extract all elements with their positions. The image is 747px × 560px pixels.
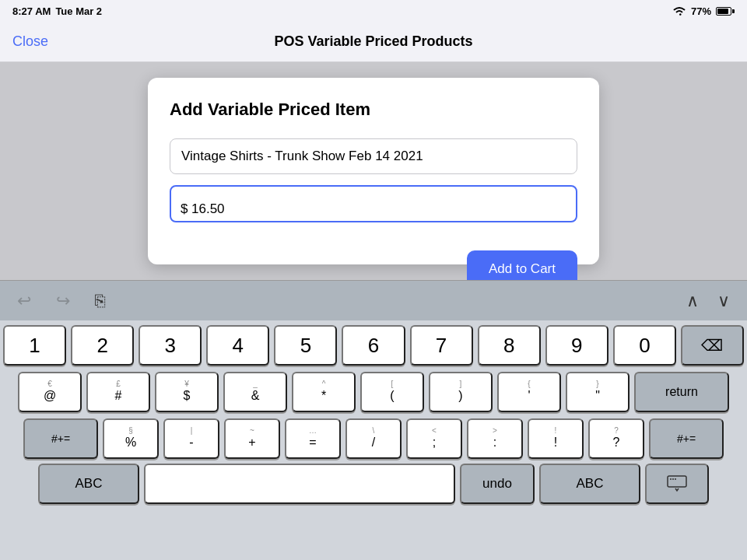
num-key-0[interactable]: 0 [613, 325, 676, 366]
toolbar-right: ∧ ∨ [682, 288, 735, 314]
row3-key-5[interactable]: <; [406, 418, 462, 459]
sym-key-3[interactable]: _& [223, 372, 287, 412]
status-left: 8:27 AM Tue Mar 2 [12, 5, 102, 17]
wifi-icon [672, 5, 686, 16]
price-value: 16.50 [191, 201, 225, 217]
price-input[interactable] [170, 185, 577, 222]
delete-key[interactable]: ⌫ [681, 325, 744, 366]
hash-equals-right-key[interactable]: #+= [649, 418, 724, 459]
row3-key-0[interactable]: §% [103, 418, 159, 459]
price-prefix: $ [181, 201, 188, 217]
toolbar-left: ↩ ↪ ⎘ [12, 288, 110, 314]
sym-key-7[interactable]: {' [497, 372, 561, 412]
sym-key-2[interactable]: ¥$ [155, 372, 219, 412]
redo-button[interactable]: ↪ [51, 288, 75, 314]
row3-key-4[interactable]: \/ [345, 418, 402, 459]
num-key-6[interactable]: 6 [342, 325, 405, 366]
svg-rect-0 [668, 476, 686, 487]
modal-heading: Add Variable Priced Item [170, 100, 577, 120]
row3-key-1[interactable]: |- [163, 418, 219, 459]
abc-right-key[interactable]: ABC [539, 464, 640, 504]
hash-equals-left-key[interactable]: #+= [23, 418, 98, 459]
product-name-input[interactable] [170, 138, 577, 174]
symbol-row: €@£#¥$_&^*[(]){'}"return [0, 367, 747, 414]
status-date: Tue Mar 2 [55, 5, 102, 17]
sym-key-8[interactable]: }" [566, 372, 630, 412]
undo-button[interactable]: ↩ [12, 288, 36, 314]
num-key-7[interactable]: 7 [410, 325, 473, 366]
num-key-3[interactable]: 3 [139, 325, 202, 366]
battery-icon [716, 7, 735, 16]
nav-bar: Close POS Variable Priced Products [0, 22, 747, 62]
modal-card: Add Variable Priced Item $ 16.50 Add to … [148, 78, 599, 264]
sym-key-0[interactable]: €@ [18, 372, 82, 412]
keyboard-dismiss-key[interactable] [645, 464, 709, 504]
row3-key-8[interactable]: ?? [588, 418, 644, 459]
price-input-wrapper: $ 16.50 [170, 185, 577, 233]
sym-key-4[interactable]: ^* [292, 372, 356, 412]
sym-key-6[interactable]: ]) [429, 372, 493, 412]
content-area: Add Variable Priced Item $ 16.50 Add to … [0, 62, 747, 280]
row3-key-6[interactable]: >: [467, 418, 523, 459]
num-key-8[interactable]: 8 [478, 325, 541, 366]
close-button[interactable]: Close [12, 33, 48, 50]
space-key[interactable] [144, 464, 455, 504]
sym-key-1[interactable]: £# [86, 372, 150, 412]
number-row: 1234567890⌫ [0, 320, 747, 367]
keyboard-undo-key[interactable]: undo [460, 464, 535, 504]
bottom-row: ABC undo ABC [0, 460, 747, 507]
copy-button[interactable]: ⎘ [90, 288, 110, 314]
num-key-4[interactable]: 4 [206, 325, 269, 366]
keyboard-toolbar: ↩ ↪ ⎘ ∧ ∨ [0, 280, 747, 320]
num-key-2[interactable]: 2 [71, 325, 134, 366]
row3-key-7[interactable]: !! [528, 418, 584, 459]
num-key-9[interactable]: 9 [545, 325, 608, 366]
keyboard-area: ↩ ↪ ⎘ ∧ ∨ 1234567890⌫ €@£#¥$_&^*[(]){'}"… [0, 280, 747, 560]
row3: #+=§%|-~+…=\/<;>:!!??#+= [0, 414, 747, 460]
chevron-up-button[interactable]: ∧ [682, 288, 703, 314]
row3-key-2[interactable]: ~+ [224, 418, 280, 459]
battery-percent: 77% [691, 5, 711, 17]
chevron-down-button[interactable]: ∨ [713, 288, 735, 314]
row3-key-3[interactable]: …= [285, 418, 341, 459]
status-time: 8:27 AM [12, 5, 51, 17]
nav-title: POS Variable Priced Products [274, 33, 472, 50]
return-key[interactable]: return [634, 372, 729, 412]
sym-key-5[interactable]: [( [360, 372, 424, 412]
abc-key[interactable]: ABC [38, 464, 139, 504]
status-right: 77% [672, 5, 735, 17]
num-key-5[interactable]: 5 [274, 325, 337, 366]
num-key-1[interactable]: 1 [3, 325, 66, 366]
status-bar: 8:27 AM Tue Mar 2 77% [0, 0, 747, 22]
